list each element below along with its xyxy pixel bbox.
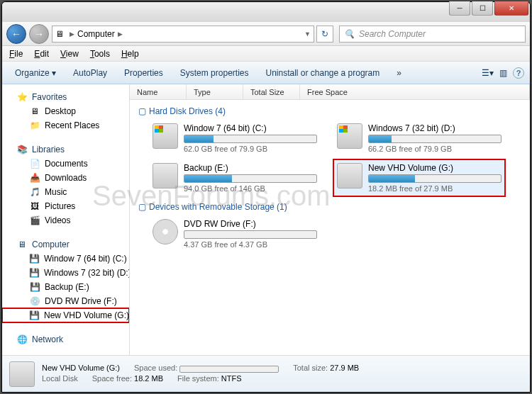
details-pane: New VHD Volume (G:) Space used: Total si…	[2, 355, 530, 392]
sidebar-item-drive-c[interactable]: 💾Window 7 (64 bit) (C:)	[2, 252, 129, 266]
drive-label: New VHD Volume (G:)	[368, 163, 501, 173]
overflow-button[interactable]: »	[389, 65, 409, 81]
download-icon: 📥	[29, 172, 40, 184]
usage-bar	[368, 135, 501, 143]
sidebar-item-videos[interactable]: 🎬Videos	[2, 213, 129, 227]
explorer-window: ─ ☐ ✕ ← → 🖥 ▶ Computer ▶ ▼ ↻ 🔍 Search Co…	[1, 1, 531, 393]
fs-value: NTFS	[221, 374, 242, 383]
search-icon: 🔍	[344, 29, 355, 39]
drive-f[interactable]: DVD RW Drive (F:) 4.37 GB free of 4.37 G…	[150, 216, 320, 252]
free-space-text: 94.0 GB free of 146 GB	[184, 184, 317, 193]
folder-icon: 📁	[29, 120, 40, 131]
sidebar-favorites[interactable]: ⭐Favorites	[2, 90, 129, 104]
free-space-text: 66.2 GB free of 79.9 GB	[368, 145, 501, 153]
drive-icon	[337, 163, 362, 188]
chevron-right-icon[interactable]: ▶	[115, 30, 126, 38]
back-button[interactable]: ←	[6, 24, 26, 44]
refresh-button[interactable]: ↻	[316, 26, 333, 43]
menu-help[interactable]: Help	[121, 49, 139, 59]
dvd-icon: 💿	[29, 296, 40, 307]
drive-e[interactable]: Backup (E:) 94.0 GB free of 146 GB	[150, 160, 320, 196]
pictures-icon: 🖼	[29, 201, 40, 212]
dvd-icon	[153, 219, 178, 244]
organize-button[interactable]: Organize ▾	[8, 65, 63, 81]
usage-bar	[184, 174, 317, 183]
properties-button[interactable]: Properties	[117, 65, 170, 81]
menu-edit[interactable]: Edit	[34, 49, 49, 59]
drive-d[interactable]: Windows 7 (32 bit) (D:) 66.2 GB free of …	[334, 120, 504, 156]
column-headers: Name Type Total Size Free Space	[130, 84, 530, 100]
sidebar-item-music[interactable]: 🎵Music	[2, 185, 129, 199]
uninstall-button[interactable]: Uninstall or change a program	[258, 65, 387, 81]
drive-icon: 💾	[29, 310, 40, 321]
drive-icon: 💾	[29, 267, 40, 278]
system-properties-button[interactable]: System properties	[173, 65, 256, 81]
minimize-button[interactable]: ─	[449, 1, 470, 16]
network-icon: 🌐	[16, 334, 28, 345]
drive-label: Window 7 (64 bit) (C:)	[184, 123, 317, 133]
sidebar-item-downloads[interactable]: 📥Downloads	[2, 171, 129, 185]
drive-label: Windows 7 (32 bit) (D:)	[368, 123, 501, 133]
sidebar-item-documents[interactable]: 📄Documents	[2, 157, 129, 171]
menu-tools[interactable]: Tools	[90, 49, 110, 59]
navigation-pane: ⭐Favorites 🖥Desktop 📁Recent Places 📚Libr…	[2, 84, 130, 355]
star-icon: ⭐	[16, 91, 28, 103]
close-button[interactable]: ✕	[494, 1, 528, 16]
content-view: Name Type Total Size Free Space ▢Hard Di…	[130, 84, 530, 355]
sidebar-computer[interactable]: 🖥Computer	[2, 237, 129, 252]
chevron-right-icon[interactable]: ▶	[67, 30, 77, 38]
total-label: Total size:	[293, 364, 328, 372]
section-removable[interactable]: ▢Devices with Removable Storage (1)	[137, 200, 523, 216]
breadcrumb-item[interactable]: Computer	[77, 29, 115, 39]
menu-file[interactable]: File	[9, 49, 23, 59]
menu-view[interactable]: View	[60, 49, 79, 59]
status-subtitle: Local Disk	[42, 374, 78, 383]
used-label: Space used:	[134, 364, 177, 372]
free-space-text: 62.0 GB free of 79.9 GB	[184, 145, 317, 153]
drive-icon	[153, 123, 178, 149]
sidebar-item-drive-g[interactable]: 💾New VHD Volume (G:)	[2, 308, 129, 322]
free-space-text: 4.37 GB free of 4.37 GB	[184, 240, 317, 249]
collapse-icon: ▢	[138, 106, 146, 116]
drive-g[interactable]: New VHD Volume (G:) 18.2 MB free of 27.9…	[334, 160, 504, 196]
sidebar-item-desktop[interactable]: 🖥Desktop	[2, 104, 129, 118]
drive-icon	[337, 123, 362, 149]
usage-bar	[184, 135, 317, 143]
usage-bar	[184, 230, 317, 239]
libraries-icon: 📚	[16, 144, 28, 155]
nav-bar: ← → 🖥 ▶ Computer ▶ ▼ ↻ 🔍 Search Computer	[2, 22, 530, 46]
music-icon: 🎵	[29, 186, 40, 198]
fs-label: File system:	[177, 374, 219, 383]
collapse-icon: ▢	[138, 202, 146, 212]
drive-icon	[153, 163, 178, 188]
address-bar[interactable]: 🖥 ▶ Computer ▶ ▼	[52, 26, 314, 43]
column-name[interactable]: Name	[130, 84, 187, 99]
view-mode-button[interactable]: ☰▾	[482, 68, 494, 78]
free-value: 18.2 MB	[134, 374, 163, 383]
sidebar-item-drive-f[interactable]: 💿DVD RW Drive (F:)	[2, 294, 129, 308]
drive-label: DVD RW Drive (F:)	[184, 219, 317, 229]
drive-c[interactable]: Window 7 (64 bit) (C:) 62.0 GB free of 7…	[150, 120, 320, 156]
sidebar-libraries[interactable]: 📚Libraries	[2, 142, 129, 157]
column-totalsize[interactable]: Total Size	[243, 84, 300, 99]
column-freespace[interactable]: Free Space	[300, 84, 530, 99]
free-space-text: 18.2 MB free of 27.9 MB	[368, 184, 501, 193]
sidebar-item-recent[interactable]: 📁Recent Places	[2, 118, 129, 133]
preview-pane-button[interactable]: ▥	[499, 68, 507, 78]
sidebar-item-drive-e[interactable]: 💾Backup (E:)	[2, 280, 129, 294]
search-input[interactable]: 🔍 Search Computer	[339, 26, 526, 43]
computer-icon: 🖥	[52, 29, 67, 39]
sidebar-item-pictures[interactable]: 🖼Pictures	[2, 199, 129, 213]
chevron-down-icon[interactable]: ▼	[301, 30, 314, 38]
titlebar[interactable]: ─ ☐ ✕	[2, 2, 530, 22]
document-icon: 📄	[29, 158, 40, 169]
videos-icon: 🎬	[29, 215, 40, 226]
sidebar-network[interactable]: 🌐Network	[2, 332, 129, 347]
autoplay-button[interactable]: AutoPlay	[66, 65, 114, 81]
maximize-button[interactable]: ☐	[472, 1, 493, 16]
forward-button[interactable]: →	[29, 24, 49, 44]
column-type[interactable]: Type	[187, 84, 243, 99]
section-hard-disks[interactable]: ▢Hard Disk Drives (4)	[137, 104, 523, 120]
help-button[interactable]: ?	[513, 67, 524, 79]
sidebar-item-drive-d[interactable]: 💾Windows 7 (32 bit) (D:)	[2, 266, 129, 280]
